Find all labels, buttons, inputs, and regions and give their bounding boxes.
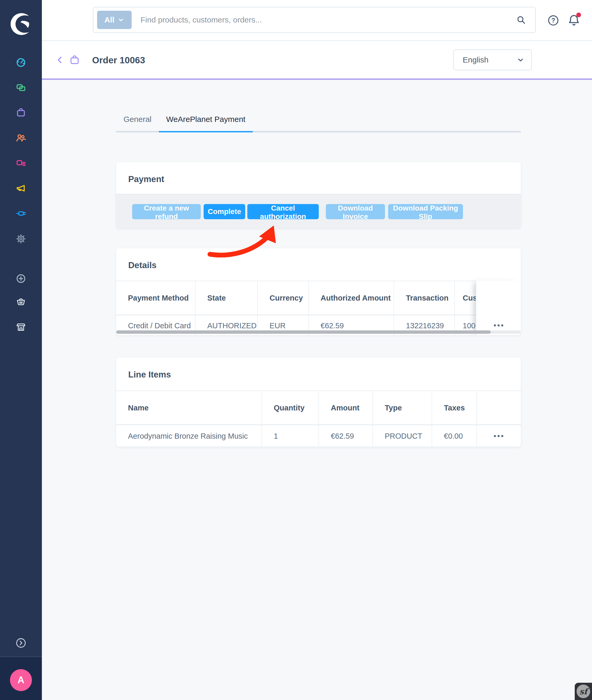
sidebar-item-add[interactable] (16, 273, 26, 284)
cell-taxes: €0.00 (432, 425, 477, 446)
column-header-name[interactable]: Name (116, 391, 262, 425)
search-icon[interactable] (516, 15, 526, 25)
language-select-value: English (463, 55, 488, 64)
notifications-icon[interactable] (568, 14, 581, 27)
column-header-payment-method[interactable]: Payment Method (116, 281, 196, 315)
cell-name: Aerodynamic Bronze Raising Music (116, 425, 262, 446)
horizontal-scrollbar (116, 330, 521, 334)
column-header-transaction[interactable]: Transaction (394, 281, 455, 315)
search-box: All (93, 7, 536, 33)
table-row[interactable]: Aerodynamic Bronze Raising Music 1 €62.5… (116, 425, 521, 446)
column-header-state[interactable]: State (196, 281, 258, 315)
pages-icon (16, 158, 26, 169)
plug-icon (16, 208, 26, 219)
complete-button[interactable]: Complete (204, 204, 245, 219)
details-card-title: Details (128, 260, 156, 270)
horizontal-scrollbar-thumb[interactable] (116, 330, 491, 334)
chevron-down-icon (117, 16, 124, 23)
symfony-logo-icon: sf (577, 685, 590, 698)
language-select[interactable]: English (453, 49, 532, 70)
gauge-icon (16, 57, 26, 68)
chevron-down-icon (516, 56, 525, 64)
column-header-currency[interactable]: Currency (258, 281, 309, 315)
details-table: Payment Method State Currency Authorized… (116, 281, 521, 335)
cell-amount: €62.59 (319, 425, 373, 446)
catalog-icon (16, 83, 26, 93)
sidebar-item-dashboard[interactable] (16, 57, 26, 68)
sidebar-item-customers[interactable] (16, 132, 26, 143)
sidebar-item-marketing[interactable] (16, 183, 26, 194)
plus-circle-icon (16, 273, 26, 284)
sidebar-item-catalogues[interactable] (16, 83, 26, 93)
help-icon[interactable]: ? (547, 14, 559, 26)
tab-wearplanet-payment[interactable]: WeArePlanet Payment (159, 115, 253, 131)
column-header-type[interactable]: Type (373, 391, 432, 425)
symfony-toolbar-button[interactable]: sf (575, 683, 592, 700)
line-items-card-title: Line Items (128, 370, 171, 380)
shopping-bag-icon (16, 107, 26, 118)
column-header-taxes[interactable]: Taxes (432, 391, 477, 425)
download-invoice-button[interactable]: Download Invoice (326, 204, 385, 219)
cancel-authorization-button[interactable]: Cancel authorization (247, 204, 319, 219)
column-header-amount[interactable]: Amount (319, 391, 373, 425)
payment-card-title: Payment (128, 174, 164, 184)
column-header-customer[interactable]: Customer (455, 281, 476, 315)
payment-actions-bar: Create a new refund Complete Cancel auth… (116, 194, 521, 228)
search-filter-chip[interactable]: All (97, 11, 132, 29)
chevron-left-icon (55, 55, 65, 65)
cell-quantity: 1 (262, 425, 319, 446)
basket-icon (16, 297, 26, 307)
gear-icon (16, 233, 26, 244)
tab-bar: General WeArePlanet Payment (116, 110, 521, 132)
line-items-table: Name Quantity Amount Type Taxes Aerodyna… (116, 390, 521, 446)
payment-card: Payment Create a new refund Complete Can… (116, 162, 521, 228)
page-title: Order 10063 (92, 55, 145, 65)
sidebar-item-content[interactable] (16, 158, 26, 169)
chevron-right-circle-icon (15, 637, 27, 649)
svg-text:?: ? (551, 17, 555, 24)
search-input[interactable] (141, 7, 502, 33)
customers-icon (16, 132, 26, 143)
back-button[interactable] (55, 55, 65, 65)
avatar[interactable]: A (10, 669, 32, 691)
sidebar-item-storefront[interactable] (16, 322, 26, 332)
sidebar-item-settings[interactable] (16, 233, 26, 244)
download-packing-slip-button[interactable]: Download Packing Slip (388, 204, 463, 219)
details-actions-column (476, 281, 521, 335)
cell-type: PRODUCT (373, 425, 432, 446)
ellipsis-icon[interactable] (494, 435, 503, 437)
ellipsis-icon[interactable] (494, 324, 503, 326)
megaphone-icon (16, 183, 26, 194)
line-items-table-header: Name Quantity Amount Type Taxes (116, 391, 521, 425)
column-header-actions (477, 391, 520, 425)
sidebar-user-section: A (0, 657, 42, 700)
sidebar-collapse-button[interactable] (15, 637, 27, 649)
sidebar-item-orders[interactable] (16, 107, 26, 118)
main-content: General WeArePlanet Payment Payment Crea… (42, 81, 592, 700)
page-header: Order 10063 English (42, 41, 592, 80)
sidebar-item-extensions[interactable] (16, 208, 26, 219)
notification-badge (576, 12, 581, 17)
cell-actions (477, 425, 520, 446)
create-refund-button[interactable]: Create a new refund (132, 204, 201, 219)
search-filter-label: All (104, 15, 114, 24)
topbar: All ? (42, 0, 592, 41)
storefront-icon (16, 322, 26, 332)
column-header-quantity[interactable]: Quantity (262, 391, 319, 425)
details-card: Details Payment Method State Currency Au… (116, 248, 521, 335)
sidebar-item-basket[interactable] (16, 297, 26, 307)
sidebar: A (0, 0, 42, 700)
shopping-bag-icon[interactable] (69, 54, 80, 65)
tab-general[interactable]: General (116, 115, 159, 131)
column-header-authorized-amount[interactable]: Authorized Amount (309, 281, 394, 315)
red-arrow-annotation (206, 222, 285, 262)
line-items-card: Line Items Name Quantity Amount Type Tax… (116, 358, 521, 446)
details-table-header: Payment Method State Currency Authorized… (116, 281, 521, 315)
shopware-logo-icon (7, 11, 34, 37)
